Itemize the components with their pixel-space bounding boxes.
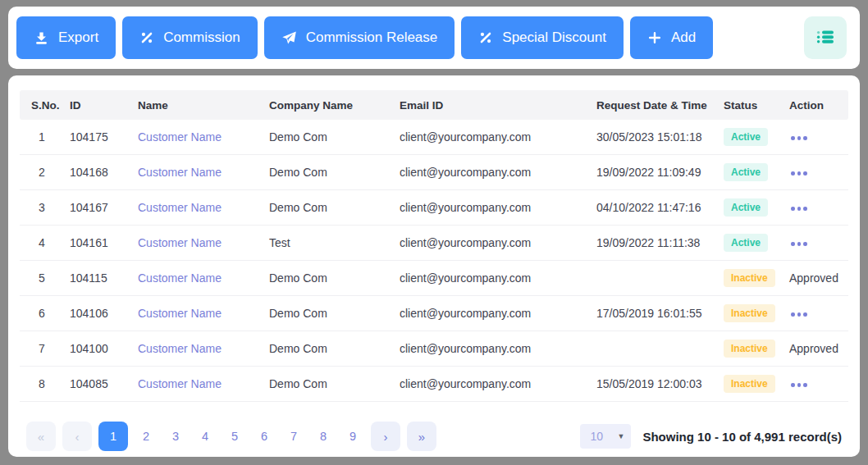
status-badge: Inactive: [724, 340, 775, 358]
ellipsis-icon[interactable]: [789, 237, 809, 251]
status-badge: Inactive: [724, 375, 775, 393]
percent-icon: [139, 30, 154, 45]
cell-action: [789, 235, 848, 251]
table-header-row: S.No.IDNameCompany NameEmail IDRequest D…: [20, 90, 848, 120]
pagination-pages: «‹123456789›»: [26, 422, 436, 451]
cell-action: [789, 165, 848, 180]
cell-email: client@yourcompany.com: [400, 342, 596, 355]
page: ExportCommissionCommission ReleaseSpecia…: [0, 0, 868, 465]
records-summary: Showing 10 - 10 of 4,991 record(s): [642, 430, 842, 444]
cell-action: [789, 200, 848, 216]
list-view-button[interactable]: [804, 16, 847, 59]
cell-email: client@yourcompany.com: [400, 271, 596, 285]
special-discount-button[interactable]: Special Discount: [461, 16, 624, 59]
page-button-4[interactable]: 4: [194, 422, 217, 451]
cell-email: client@yourcompany.com: [400, 130, 596, 144]
cell-request-date: 17/05/2019 16:01:55: [596, 307, 724, 320]
cell-request-date: 04/10/2022 11:47:16: [596, 201, 724, 214]
column-header: Status: [724, 99, 789, 112]
ellipsis-icon[interactable]: [789, 166, 809, 180]
export-button[interactable]: Export: [16, 16, 116, 59]
special-discount-button-label: Special Discount: [502, 30, 606, 46]
commission-release-button-label: Commission Release: [306, 30, 438, 46]
ellipsis-icon[interactable]: [789, 308, 809, 321]
column-header: ID: [70, 99, 138, 112]
table-row: 3104167Customer NameDemo Comclient@yourc…: [20, 190, 848, 226]
page-button-7[interactable]: 7: [282, 422, 305, 451]
customers-table-card: S.No.IDNameCompany NameEmail IDRequest D…: [8, 75, 860, 457]
cell-name: Customer Name: [138, 236, 269, 249]
cell-sno: 6: [31, 307, 70, 320]
table-row: 1104175Customer NameDemo Comclient@yourc…: [20, 120, 848, 155]
last-page-button[interactable]: »: [407, 422, 436, 451]
ellipsis-icon[interactable]: [789, 378, 809, 392]
table-row: 5104115Customer NameDemo Comclient@yourc…: [20, 261, 848, 296]
cell-id: 104161: [70, 236, 138, 249]
customer-name-link[interactable]: Customer Name: [138, 377, 222, 390]
table-row: 2104168Customer NameDemo Comclient@yourc…: [20, 155, 848, 190]
cell-id: 104175: [70, 130, 138, 144]
column-header: S.No.: [31, 99, 70, 112]
customer-name-link[interactable]: Customer Name: [138, 236, 222, 249]
download-icon: [34, 30, 49, 46]
cell-company: Demo Com: [269, 377, 400, 390]
ellipsis-icon[interactable]: [789, 131, 809, 145]
status-badge: Inactive: [724, 269, 775, 287]
cell-company: Test: [269, 236, 400, 249]
customer-name-link[interactable]: Customer Name: [138, 307, 222, 320]
cell-name: Customer Name: [138, 130, 269, 144]
page-size-value: 10: [590, 430, 603, 443]
customer-name-link[interactable]: Customer Name: [138, 342, 222, 355]
cell-request-date: 19/09/2022 11:11:38: [596, 236, 724, 249]
cell-request-date: 19/09/2022 11:09:49: [596, 166, 724, 179]
page-button-9[interactable]: 9: [341, 422, 364, 451]
cell-sno: 5: [31, 271, 70, 285]
cell-status: Active: [724, 128, 789, 146]
cell-company: Demo Com: [269, 307, 400, 320]
cell-action: Approved: [789, 342, 848, 355]
page-button-6[interactable]: 6: [253, 422, 276, 451]
cell-status: Inactive: [724, 340, 789, 358]
cell-status: Active: [724, 198, 789, 217]
page-button-1[interactable]: 1: [98, 422, 128, 451]
page-button-5[interactable]: 5: [223, 422, 246, 451]
cell-email: client@yourcompany.com: [400, 377, 596, 390]
column-header: Email ID: [400, 99, 596, 112]
cell-action: [789, 306, 848, 321]
cell-action: [789, 376, 848, 392]
export-button-label: Export: [58, 30, 98, 46]
toolbar: ExportCommissionCommission ReleaseSpecia…: [8, 7, 860, 69]
customer-name-link[interactable]: Customer Name: [138, 166, 222, 179]
cell-id: 104115: [70, 271, 138, 285]
cell-sno: 4: [31, 236, 70, 249]
cell-sno: 2: [31, 166, 70, 179]
page-button-2[interactable]: 2: [135, 422, 158, 451]
add-button-label: Add: [671, 30, 696, 46]
pagination-bar: «‹123456789›» 10 ▼ Showing 10 - 10 of 4,…: [20, 422, 848, 451]
commission-button[interactable]: Commission: [122, 16, 258, 59]
customer-name-link[interactable]: Customer Name: [138, 201, 222, 214]
paper-plane-icon: [281, 30, 297, 46]
cell-status: Active: [724, 234, 789, 252]
cell-company: Demo Com: [269, 201, 400, 214]
next-page-button[interactable]: ›: [371, 422, 400, 451]
page-button-3[interactable]: 3: [164, 422, 187, 451]
cell-email: client@yourcompany.com: [400, 166, 596, 179]
cell-id: 104100: [70, 342, 138, 355]
cell-email: client@yourcompany.com: [400, 201, 596, 214]
add-button[interactable]: Add: [630, 16, 713, 59]
customer-name-link[interactable]: Customer Name: [138, 271, 222, 285]
cell-action: Approved: [789, 271, 848, 285]
table-row: 8104085Customer NameDemo Comclient@yourc…: [20, 367, 848, 402]
customer-name-link[interactable]: Customer Name: [138, 130, 222, 144]
cell-company: Demo Com: [269, 342, 400, 355]
table-row: 6104106Customer NameDemo Comclient@yourc…: [20, 296, 848, 331]
cell-status: Inactive: [724, 269, 789, 287]
column-header: Name: [138, 99, 269, 112]
page-button-8[interactable]: 8: [312, 422, 335, 451]
ellipsis-icon[interactable]: [789, 202, 809, 216]
page-size-select[interactable]: 10 ▼: [580, 424, 631, 449]
chevron-down-icon: ▼: [618, 432, 625, 440]
commission-release-button[interactable]: Commission Release: [264, 16, 455, 59]
cell-company: Demo Com: [269, 271, 400, 285]
